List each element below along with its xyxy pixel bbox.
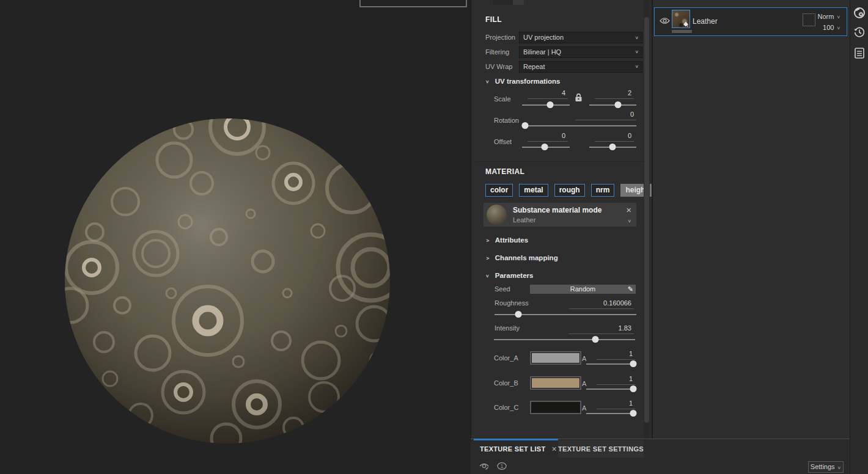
color-a-alpha-slider[interactable] [586,363,635,365]
slider-thumb[interactable] [522,122,529,129]
chevron-down-icon: ∨ [836,15,840,20]
chevron-down-icon: ∨ [634,63,639,71]
display-settings-icon[interactable] [853,7,866,19]
tab-texture-set-list[interactable]: TEXTURE SET LIST × [474,440,564,458]
substance-mode-value[interactable]: Leather [513,216,535,224]
slider-thumb[interactable] [630,360,636,367]
color-c-alpha-slider[interactable] [586,413,635,414]
roughness-slider[interactable] [495,314,636,315]
projection-label: Projection [485,34,515,41]
seed-random-button[interactable]: Random ✎ [530,285,636,294]
layer-mask-placeholder[interactable] [803,13,815,26]
substance-painter-window: FILL Projection UV projection∨ Filtering… [0,0,868,474]
substance-material-mode-box[interactable]: Substance material mode Leather × ∨ [484,203,636,227]
uv-transformations-expander[interactable]: ∨ UV transformations [485,78,561,85]
texture-set-list-icon[interactable] [853,47,866,59]
rotation-label: Rotation [494,117,519,124]
layer-name[interactable]: Leather [693,17,718,26]
properties-tab-stub-2 [513,0,524,5]
properties-panel: FILL Projection UV projection∨ Filtering… [471,0,652,439]
filtering-label: Filtering [485,48,509,56]
color-c-swatch[interactable] [530,401,581,414]
opacity-dropdown[interactable]: 100∨ [823,24,840,31]
projection-dropdown[interactable]: UV projection∨ [519,32,642,43]
attributes-expander[interactable]: ∨ Attributes [485,236,528,244]
color-c-label: Color_C [494,404,518,411]
history-icon[interactable] [853,26,866,38]
color-a-alpha-label: A [582,355,586,362]
color-b-alpha-value[interactable]: 1 [597,375,635,385]
color-a-alpha-value[interactable]: 1 [597,350,635,360]
settings-button[interactable]: Settings∨ [808,461,844,473]
lock-icon[interactable] [575,93,583,102]
viewport-3d[interactable] [0,0,469,474]
color-a-label: Color_A [494,354,518,362]
chevron-down-icon[interactable]: ∨ [627,219,631,224]
slider-thumb[interactable] [547,101,554,108]
scale-y-value[interactable]: 2 [595,89,634,99]
divider [476,161,644,162]
material-thumbnail [487,205,507,225]
uv-wrap-dropdown[interactable]: Repeat∨ [519,61,642,73]
intensity-label: Intensity [495,324,520,332]
slider-thumb[interactable] [630,385,636,392]
offset-y-slider[interactable] [589,147,636,148]
color-a-swatch[interactable] [530,351,581,365]
layers-panel: Leather Norm∨ 100∨ [653,0,850,439]
partial-toolbar-outline [359,0,467,7]
substance-mode-title: Substance material mode [513,206,601,214]
slider-thumb[interactable] [592,336,599,343]
blend-mode-dropdown[interactable]: Norm∨ [818,13,840,20]
layer-row-leather[interactable]: Leather Norm∨ 100∨ [654,7,847,36]
roughness-label: Roughness [495,299,529,307]
visibility-refresh-icon[interactable] [479,461,490,471]
properties-scrollbar[interactable] [644,0,650,439]
channel-buttons: color metal rough nrm height [485,184,652,197]
offset-label: Offset [494,138,512,145]
scale-x-slider[interactable] [522,104,570,106]
color-c-alpha-label: A [582,404,586,412]
fill-layer-badge-icon [683,21,689,27]
layer-thumbnail-bar [672,30,692,33]
chevron-down-icon: ∨ [837,464,842,472]
color-b-swatch[interactable] [530,376,581,390]
slider-thumb[interactable] [541,144,548,150]
scrollbar-thumb[interactable] [644,17,649,423]
material-sphere-render [0,0,469,474]
color-c-alpha-value[interactable]: 1 [597,399,635,409]
slider-thumb[interactable] [515,311,521,318]
slider-thumb[interactable] [614,101,621,108]
channel-nrm-button[interactable]: nrm [591,184,615,197]
channels-mapping-expander[interactable]: ∨ Channels mapping [485,254,558,261]
channel-color-button[interactable]: color [485,184,513,197]
right-toolbar [850,0,868,474]
pencil-icon[interactable]: ✎ [628,285,633,294]
offset-x-slider[interactable] [522,147,570,148]
offset-x-value[interactable]: 0 [528,132,568,142]
eye-visibility-icon[interactable] [660,17,670,24]
single-view-icon[interactable]: 1 [496,461,507,471]
close-tab-icon[interactable]: × [551,444,556,454]
filtering-dropdown[interactable]: Bilinear | HQ∨ [519,46,642,58]
scale-y-slider[interactable] [589,104,636,106]
slider-thumb[interactable] [630,410,636,417]
close-icon[interactable]: × [626,205,631,215]
intensity-slider[interactable] [494,339,635,340]
rotation-slider[interactable] [522,125,636,126]
svg-text:1: 1 [500,463,503,469]
slider-thumb[interactable] [609,144,616,150]
chevron-right-icon: ∨ [485,257,490,261]
offset-y-value[interactable]: 0 [595,132,634,142]
layer-thumbnail[interactable] [672,10,690,28]
channel-metal-button[interactable]: metal [519,184,548,197]
intensity-value[interactable]: 1.83 [568,324,634,334]
tab-texture-set-settings[interactable]: TEXTURE SET SETTINGS [558,440,644,458]
scale-x-value[interactable]: 4 [528,89,568,99]
rotation-value[interactable]: 0 [575,111,636,120]
bottom-dock: TEXTURE SET LIST × TEXTURE SET SETTINGS … [471,439,850,474]
color-b-alpha-slider[interactable] [586,388,635,390]
parameters-expander[interactable]: ∨ Parameters [485,272,533,279]
chevron-down-icon: ∨ [485,274,490,279]
channel-rough-button[interactable]: rough [554,184,585,197]
roughness-value[interactable]: 0.160066 [568,299,634,309]
